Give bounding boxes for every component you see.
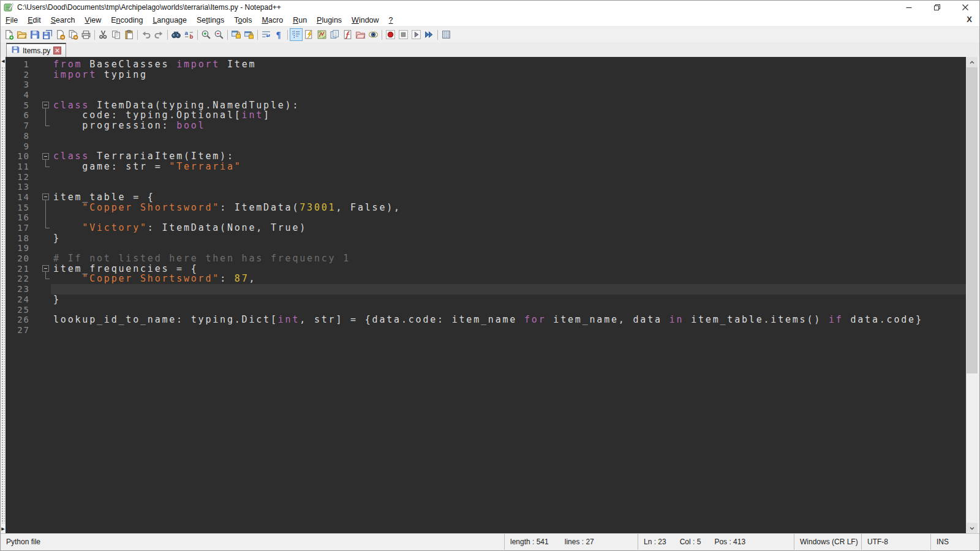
word-wrap-button[interactable]: [260, 28, 273, 41]
save-all-button[interactable]: [41, 28, 54, 41]
open-file-button[interactable]: [15, 28, 28, 41]
tab-close-icon[interactable]: [53, 47, 61, 54]
bookmark-margin[interactable]: [32, 59, 41, 70]
sync-vertical-scrolling-button[interactable]: [230, 28, 243, 41]
scroll-down-arrow-icon[interactable]: [967, 523, 978, 533]
bookmark-margin[interactable]: [32, 70, 41, 80]
replace-button[interactable]: ab: [183, 28, 195, 41]
paste-button[interactable]: [123, 28, 135, 41]
close-button[interactable]: [951, 1, 979, 14]
cut-button[interactable]: [97, 28, 110, 41]
menu-edit[interactable]: Edit: [23, 15, 46, 25]
bookmark-margin[interactable]: [32, 141, 41, 152]
menu-encoding[interactable]: Encoding: [106, 15, 148, 25]
menu-file[interactable]: File: [1, 15, 23, 25]
menu-help[interactable]: ?: [384, 15, 398, 25]
bookmark-margin[interactable]: [32, 151, 41, 162]
bookmark-margin[interactable]: [32, 253, 41, 264]
bookmark-margin[interactable]: [32, 192, 41, 203]
fold-collapse-icon[interactable]: [41, 264, 51, 274]
fold-collapse-icon[interactable]: [41, 192, 51, 203]
bookmark-margin[interactable]: [32, 305, 41, 315]
docking-grip[interactable]: ◀ ▶: [1, 57, 6, 533]
menu-search[interactable]: Search: [46, 15, 80, 25]
bookmark-margin[interactable]: [32, 223, 41, 233]
document-map-button[interactable]: [315, 28, 328, 41]
tab-items-py[interactable]: Items.py: [6, 43, 66, 57]
bookmark-margin[interactable]: [32, 162, 41, 172]
show-all-characters-button[interactable]: ¶: [273, 28, 285, 41]
bookmark-margin[interactable]: [32, 212, 41, 223]
function-list-button[interactable]: [303, 28, 315, 41]
sync-horizontal-scrolling-button[interactable]: [243, 28, 255, 41]
save-file-button[interactable]: [28, 28, 41, 41]
fold-margin: [41, 253, 51, 264]
bookmark-margin[interactable]: [32, 203, 41, 213]
scrollbar-thumb[interactable]: [967, 67, 978, 373]
code-editor[interactable]: 1from BaseClasses import Item2import typ…: [6, 57, 966, 533]
bookmark-margin[interactable]: [32, 325, 41, 335]
menu-view[interactable]: View: [80, 15, 106, 25]
undo-button[interactable]: [140, 28, 153, 41]
find-button[interactable]: [170, 28, 183, 41]
menu-tools[interactable]: Tools: [229, 15, 257, 25]
bookmark-margin[interactable]: [32, 172, 41, 182]
new-file-button[interactable]: [2, 28, 15, 41]
restore-button[interactable]: [923, 1, 951, 14]
stop-recording-button[interactable]: [397, 28, 410, 41]
menu-run[interactable]: Run: [288, 15, 312, 25]
zoom-in-button[interactable]: [200, 28, 213, 41]
vertical-scrollbar[interactable]: [966, 57, 978, 533]
close-all-button[interactable]: [67, 28, 80, 41]
code-line: 12: [6, 172, 966, 182]
code-line: 16: [6, 212, 966, 223]
status-encoding[interactable]: UTF-8: [861, 534, 930, 550]
show-indent-guide-button[interactable]: [290, 28, 303, 41]
redo-button[interactable]: [153, 28, 165, 41]
zoom-out-button[interactable]: [213, 28, 225, 41]
playback-macro-button[interactable]: [410, 28, 423, 41]
scrollbar-track[interactable]: [967, 67, 978, 523]
collapse-right-arrow-icon[interactable]: ▶: [1, 526, 6, 532]
run-macro-multiple-times-button[interactable]: [423, 28, 435, 41]
folder-as-workspace-button[interactable]: [354, 28, 367, 41]
print-button[interactable]: [80, 28, 92, 41]
bookmark-margin[interactable]: [32, 233, 41, 244]
status-typing-mode[interactable]: INS: [930, 534, 979, 550]
menu-language[interactable]: Language: [148, 15, 192, 25]
bookmark-margin[interactable]: [32, 284, 41, 294]
bookmark-margin[interactable]: [32, 294, 41, 305]
menu-window[interactable]: Window: [347, 15, 383, 25]
bookmark-margin[interactable]: [32, 80, 41, 90]
close-document-x-icon[interactable]: X: [967, 15, 972, 24]
collapse-left-arrow-icon[interactable]: ◀: [1, 58, 6, 64]
bookmark-margin[interactable]: [32, 274, 41, 284]
monitoring-button[interactable]: [367, 28, 380, 41]
fold-collapse-icon[interactable]: [41, 151, 51, 162]
status-eol-format[interactable]: Windows (CR LF): [794, 534, 861, 550]
menu-settings[interactable]: Settings: [192, 15, 229, 25]
bookmark-margin[interactable]: [32, 100, 41, 111]
bookmark-margin[interactable]: [32, 243, 41, 253]
menu-macro[interactable]: Macro: [257, 15, 288, 25]
bookmark-margin[interactable]: [32, 264, 41, 274]
document-list-button[interactable]: [328, 28, 341, 41]
bookmark-margin[interactable]: [32, 110, 41, 121]
scroll-up-arrow-icon[interactable]: [967, 57, 978, 67]
function-list-panel-button[interactable]: [341, 28, 354, 41]
bookmark-margin[interactable]: [32, 315, 41, 325]
menu-plugins[interactable]: Plugins: [312, 15, 347, 25]
copy-button[interactable]: [110, 28, 123, 41]
record-macro-button[interactable]: [384, 28, 397, 41]
bookmark-margin[interactable]: [32, 182, 41, 192]
close-file-button[interactable]: [54, 28, 67, 41]
notepad-plus-plus-window: C:\Users\Dood\Documents\tmp\Archipelago\…: [0, 0, 980, 551]
fold-collapse-icon[interactable]: [41, 100, 51, 111]
save-recorded-macro-button[interactable]: [440, 28, 453, 41]
bookmark-margin[interactable]: [32, 131, 41, 141]
bookmark-margin[interactable]: [32, 90, 41, 100]
minimize-button[interactable]: [895, 1, 923, 14]
code-text: [51, 243, 966, 253]
bookmark-margin[interactable]: [32, 121, 41, 131]
status-offset: Pos : 413: [714, 538, 745, 546]
